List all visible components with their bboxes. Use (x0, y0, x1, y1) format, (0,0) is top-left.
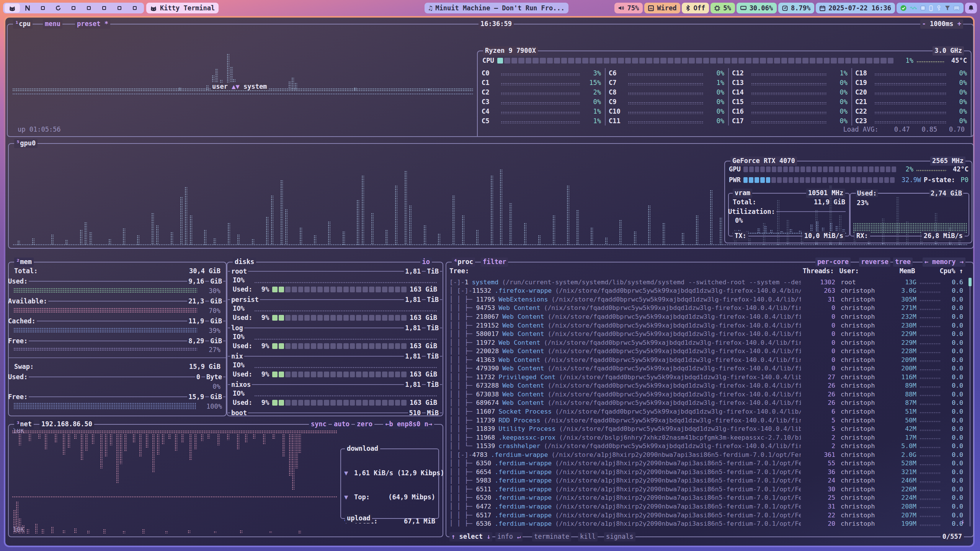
net-interface-selector[interactable]: ←b enp8s0 n→ (383, 420, 434, 429)
interval-minus-button[interactable]: - (922, 20, 926, 28)
process-row[interactable]: │ │ ├─ 580017Web Content(/nix/store/fqad… (449, 329, 963, 338)
process-row[interactable]: │ │ ├─ 689674Web Content(/nix/store/fqad… (449, 399, 963, 408)
funnel-icon[interactable] (945, 5, 950, 11)
bluetooth-module[interactable]: Off (682, 3, 709, 13)
tree-button[interactable]: tree (893, 258, 913, 267)
process-row[interactable]: │ │ ├─ 6520.ferdium-wrappe(/nix/store/a1… (449, 494, 963, 502)
info-keybind[interactable]: info ↵ (495, 532, 523, 541)
sort-column-selector[interactable]: ← memory → (923, 258, 965, 267)
memory-module[interactable]: 30.06% (737, 3, 777, 13)
process-row[interactable]: │ │ ├─ 11839Utility Process(/nix/store/f… (449, 424, 963, 433)
process-row[interactable]: │ │ ├─ 6517.ferdium-wrappe(/nix/store/a1… (449, 511, 963, 520)
process-memory: 2.0G (893, 451, 916, 458)
process-row[interactable]: │ │ ├─ 6472.ferdium-wrappe(/nix/store/a1… (449, 502, 963, 511)
col-threads[interactable]: Threads: (800, 267, 834, 275)
download-stats: ▼1,61 KiB/s (12,9 Kibps) ▼Top:(64,9 Mibp… (344, 453, 435, 551)
reverse-button[interactable]: reverse (859, 258, 890, 267)
col-memb[interactable]: MemB (892, 267, 915, 275)
process-row[interactable]: │ │ ├─ 41363Web Content(/nix/store/fqadd… (449, 355, 963, 364)
col-user[interactable]: User: (834, 267, 892, 275)
core-percent: 0% (828, 88, 848, 96)
process-row[interactable]: │ │ ├─ 94753Web Content(/nix/store/fqadd… (449, 304, 963, 313)
process-user: christoph (835, 287, 893, 294)
process-row[interactable]: │ │ ├─ 11795WebExtensions(/nix/store/fqa… (449, 295, 963, 304)
process-name: .ferdium-wrappe (495, 477, 552, 484)
disk-module[interactable]: 8.79% (778, 3, 814, 13)
preset-button[interactable]: preset * (75, 20, 110, 29)
terminate-keybind[interactable]: terminate (532, 532, 571, 541)
scroll-down-indicator[interactable]: ↓ (961, 517, 965, 525)
workspace-neovim[interactable] (20, 3, 35, 13)
process-row[interactable]: │ │ ├─ 11972Web Content(/nix/store/fqadd… (449, 338, 963, 347)
signals-keybind[interactable]: signals (604, 532, 635, 541)
workspace-7[interactable] (96, 3, 112, 13)
process-row[interactable]: │ │ ├─ 673288Web Content(/nix/store/fqad… (449, 381, 963, 390)
process-row[interactable]: │ │ ├─ 6654.ferdium-wrappe(/nix/store/a1… (449, 468, 963, 476)
interval-plus-button[interactable]: + (957, 20, 961, 28)
process-row[interactable]: │ │ ├─ 6511.ferdium-wrappe(/nix/store/a1… (449, 485, 963, 494)
cpu-module[interactable]: 5% (710, 3, 735, 13)
per-core-button[interactable]: per-core (815, 258, 851, 267)
core-percent: 1% (582, 117, 601, 125)
net-zero-button[interactable]: zero (355, 420, 374, 429)
workspace-8[interactable] (112, 3, 127, 13)
process-row[interactable]: │ │ ├─ 479390Web Content(/nix/store/fqad… (449, 364, 963, 373)
disks-io-button[interactable]: io (420, 258, 432, 267)
menu-button[interactable]: menu (43, 20, 62, 29)
process-cpu-graph (920, 343, 941, 345)
process-row[interactable]: │ [-]-11532.firefox-wrappe(/nix/store/fq… (449, 287, 963, 295)
net-auto-button[interactable]: auto (332, 420, 351, 429)
process-cpu-graph (920, 515, 941, 518)
volume-module[interactable]: 75% (614, 3, 643, 13)
process-row[interactable]: │ │ ├─ 6536.ferdium-wrappe(/nix/store/a1… (449, 519, 963, 527)
mem-used-meter (13, 288, 197, 293)
top-bar: Kitty Terminal ♫ Minuit Machine – Don't … (3, 2, 977, 14)
music-pill[interactable]: ♫ Minuit Machine – Don't Run Fro... (425, 3, 568, 13)
process-row[interactable]: │ │ ├─ 5983.ferdium-wrappe(/nix/store/a1… (449, 476, 963, 485)
process-user: christoph (835, 512, 893, 519)
process-threads: 0 (801, 339, 835, 346)
process-row[interactable]: │ │ ├─ 673038Web Content(/nix/store/fqad… (449, 390, 963, 399)
wave-icon[interactable] (910, 6, 917, 10)
ethernet-icon (648, 5, 654, 11)
workspace-3[interactable] (35, 3, 51, 13)
clock-module[interactable]: 2025-07-22 16:36 (816, 3, 895, 13)
process-memory: 228M (893, 347, 916, 355)
workspace-9[interactable] (127, 3, 142, 13)
process-row[interactable]: │ │ ├─ 11607Socket Process(/nix/store/fq… (449, 407, 963, 416)
key-icon[interactable] (936, 5, 941, 11)
workspace-5[interactable] (66, 3, 81, 13)
proc-scrollbar-track[interactable] (969, 278, 971, 527)
check-circle-icon[interactable] (900, 5, 906, 11)
workspace-6[interactable] (81, 3, 96, 13)
net-sync-button[interactable]: sync (309, 420, 328, 429)
filter-button[interactable]: filter (481, 258, 508, 267)
clipboard-icon[interactable] (920, 5, 926, 11)
kill-keybind[interactable]: kill (578, 532, 598, 541)
workspace-terminal[interactable] (5, 3, 20, 13)
cpu-graph-legend[interactable]: user ▲▼ system (211, 83, 268, 90)
notification-module[interactable] (965, 3, 977, 13)
process-row[interactable]: │ │ ├─ 218067Web Content(/nix/store/fqad… (449, 312, 963, 321)
cpu-usage-value: 5% (723, 4, 731, 12)
select-keybind[interactable]: ↑ select ↓ (449, 532, 492, 541)
process-row[interactable]: │ │ ├─ 11968.keepassxc-prox(/nix/store/b… (449, 433, 963, 442)
process-user: christoph (835, 477, 893, 484)
keyboard-icon[interactable] (954, 6, 960, 10)
phone-icon[interactable] (929, 5, 933, 11)
process-row[interactable]: │ │ ├─ 219152Web Content(/nix/store/fqad… (449, 321, 963, 330)
process-row[interactable]: │ │ ├─ 6350.ferdium-wrappe(/nix/store/a1… (449, 459, 963, 468)
process-row[interactable]: │ │ ├─ 220028Web Content(/nix/store/fqad… (449, 347, 963, 355)
workspace-restart[interactable] (51, 3, 66, 13)
col-cpu-sort[interactable]: Cpu% ↑ (940, 267, 963, 275)
process-row[interactable]: [-]-1systemd(/run/current-system/systemd… (449, 278, 963, 287)
process-row[interactable]: │ │ ├─ 11732Privileged Cont(/nix/store/f… (449, 373, 963, 381)
window-title-pill[interactable]: Kitty Terminal (146, 3, 219, 13)
process-row[interactable]: │ │ ├─ 11739RDD Process(/nix/store/fqadd… (449, 416, 963, 425)
process-row[interactable]: │ │ └─ 11539crashhelper(/nix/store/fqadd… (449, 442, 963, 450)
process-threads: 2 (801, 442, 835, 450)
network-module[interactable]: Wired (644, 3, 680, 13)
process-row[interactable]: │ [-]-4783.ferdium-wrappe(/nix/store/a1p… (449, 450, 963, 459)
col-tree[interactable]: Tree: (449, 267, 800, 275)
proc-scrollbar-thumb[interactable] (969, 278, 972, 286)
